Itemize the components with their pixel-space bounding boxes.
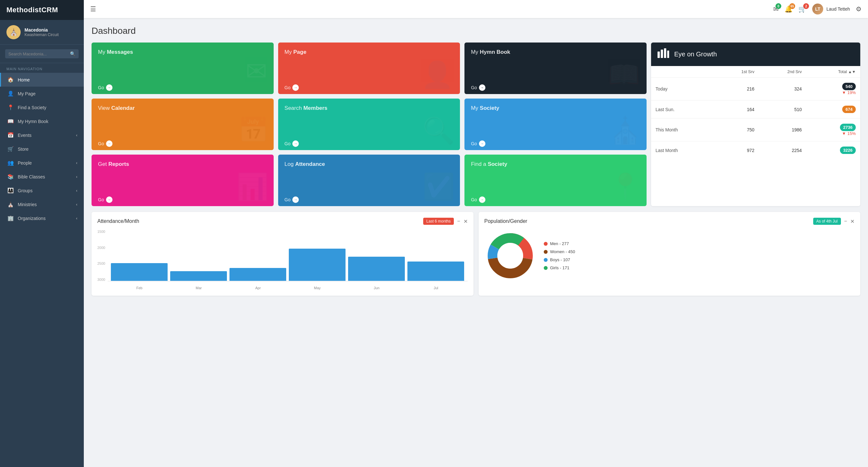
eog-row-total-lastSun: 674 xyxy=(806,100,860,119)
go-label-attend: Go xyxy=(285,197,291,202)
card-go-society[interactable]: Go → xyxy=(471,137,640,150)
sidebar-item-ministries[interactable]: ⛪ Ministries ‹ xyxy=(0,197,84,211)
avatar: LT xyxy=(812,4,823,14)
sidebar-item-hymn-book[interactable]: 📖 My Hymn Book xyxy=(0,114,84,128)
bar-feb-rect xyxy=(111,263,167,281)
close-button-gender[interactable]: ✕ xyxy=(850,219,855,225)
card-go-messages[interactable]: Go → xyxy=(98,81,267,94)
brand-name-bold: CRM xyxy=(41,6,58,14)
nav-section-label: MAIN NAVIGATION xyxy=(0,63,84,73)
legend-girls: Girls - 171 xyxy=(544,265,575,270)
card-my-society[interactable]: My Society ⛪ Go → xyxy=(464,99,647,150)
minimize-button-attendance[interactable]: − xyxy=(457,219,460,224)
eog-row-srv1-thisMonth: 750 xyxy=(714,119,759,141)
sidebar-item-events[interactable]: 📅 Events ‹ xyxy=(0,128,84,142)
legend-boys: Boys - 107 xyxy=(544,257,575,262)
eog-row-label-lastSun: Last Sun. xyxy=(651,100,714,119)
card-mypage[interactable]: My Page 👤 Go → xyxy=(278,42,460,94)
eog-row-label-thisMonth: This Month xyxy=(651,119,714,141)
card-reports[interactable]: Get Reports 📊 Go → xyxy=(92,155,274,206)
bar-apr xyxy=(229,268,286,281)
arrow-icon-attend: → xyxy=(292,196,299,203)
store-icon: 🛒 xyxy=(7,146,14,152)
card-find-society[interactable]: Find a Society 📍 Go → xyxy=(464,155,647,206)
sidebar-item-mypage[interactable]: 👤 My Page xyxy=(0,87,84,100)
bell-badge: 65 xyxy=(789,3,795,9)
bar-may-rect xyxy=(289,248,345,281)
sidebar-item-label-mypage: My Page xyxy=(18,91,35,96)
eog-row-thisMonth: This Month 750 1986 2736 ▼ 15% xyxy=(651,119,860,141)
attendance-chart-title: Attendance/Month xyxy=(97,219,139,224)
user-icon: 👤 xyxy=(7,91,14,97)
legend-men: Men - 277 xyxy=(544,241,575,246)
eog-row-srv2-lastSun: 510 xyxy=(759,100,806,119)
card-calendar[interactable]: View Calendar 📅 Go → xyxy=(92,99,274,150)
card-go-find-society[interactable]: Go → xyxy=(471,193,640,206)
notifications-button[interactable]: 🔔 65 xyxy=(784,5,793,13)
eog-row-today: Today 216 324 540 ▼ 19% xyxy=(651,78,860,100)
search-input[interactable] xyxy=(8,52,70,56)
bar-mar xyxy=(170,271,227,281)
x-axis-labels: Feb Mar Apr May Jun Jul xyxy=(107,284,467,290)
eog-row-srv2-thisMonth: 1986 xyxy=(759,119,806,141)
x-label-apr: Apr xyxy=(229,286,286,290)
card-title-calendar: View Calendar xyxy=(98,105,267,111)
sidebar-item-organizations[interactable]: 🏢 Organizations ‹ xyxy=(0,211,84,225)
arrow-icon-page: → xyxy=(292,85,299,91)
sidebar-item-bible-classes[interactable]: 📚 Bible Classes ‹ xyxy=(0,170,84,184)
minimize-button-gender[interactable]: − xyxy=(844,219,847,224)
women-label: Women - 450 xyxy=(550,249,575,254)
card-go-search[interactable]: Go → xyxy=(285,137,454,150)
card-hymnbook[interactable]: My Hymn Book 📖 Go → xyxy=(464,42,647,94)
settings-icon[interactable]: ⚙ xyxy=(856,5,862,13)
chevron-icon-people: ‹ xyxy=(76,161,78,165)
card-log-attendance[interactable]: Log Attendance ✅ Go → xyxy=(278,155,460,206)
card-go-hymn[interactable]: Go → xyxy=(471,81,640,94)
card-messages[interactable]: My Messages ✉ Go → xyxy=(92,42,274,94)
card-go-reports[interactable]: Go → xyxy=(98,193,267,206)
y-axis-labels: 3000 2500 2000 1500 xyxy=(97,230,105,281)
card-go-mypage[interactable]: Go → xyxy=(285,81,454,94)
topbar: ☰ ✉ 0 🔔 65 🛒 2 LT Laud Tetteh ⚙ xyxy=(84,0,868,18)
card-search-members[interactable]: Search Members 🔍 Go → xyxy=(278,99,460,150)
men-label: Men - 277 xyxy=(550,241,569,246)
bar-chart xyxy=(107,230,467,281)
card-go-attendance[interactable]: Go → xyxy=(285,193,454,206)
eog-title: Eye on Growth xyxy=(674,51,717,58)
eog-row-total-today: 540 ▼ 19% xyxy=(806,78,860,100)
sidebar-item-store[interactable]: 🛒 Store xyxy=(0,142,84,156)
nav-items: 🏠 Home 👤 My Page 📍 Find a Society 📖 My H… xyxy=(0,73,84,225)
sidebar-item-home[interactable]: 🏠 Home xyxy=(0,73,84,87)
attendance-range-badge[interactable]: Last 6 months xyxy=(423,218,454,225)
sidebar-item-label-groups: Groups xyxy=(18,188,33,193)
calendar-icon: 📅 xyxy=(7,132,14,138)
sidebar-item-people[interactable]: 👥 People ‹ xyxy=(0,156,84,170)
y-label-2000: 2000 xyxy=(97,246,105,249)
user-menu-button[interactable]: LT Laud Tetteh xyxy=(812,4,850,14)
card-go-calendar[interactable]: Go → xyxy=(98,137,267,150)
go-label-hymn: Go xyxy=(471,85,477,90)
sidebar-item-label-events: Events xyxy=(18,133,32,138)
sidebar-item-find-society[interactable]: 📍 Find a Society xyxy=(0,100,84,114)
sidebar-search-wrapper[interactable]: 🔍 xyxy=(5,49,79,58)
cart-button[interactable]: 🛒 2 xyxy=(798,5,806,13)
gender-chart-header: Population/Gender As of 4th Jul − ✕ xyxy=(485,218,855,225)
bar-jun-rect xyxy=(348,257,405,281)
x-label-mar: Mar xyxy=(170,286,227,290)
chevron-icon-bible: ‹ xyxy=(76,174,78,179)
boys-label: Boys - 107 xyxy=(550,257,570,262)
sidebar-item-groups[interactable]: 👨‍👩‍👧 Groups ‹ xyxy=(0,184,84,197)
groups-icon: 👨‍👩‍👧 xyxy=(7,188,14,194)
dashboard: Dashboard My Messages ✉ Go → My Page 👤 G… xyxy=(84,18,868,467)
gender-date-badge[interactable]: As of 4th Jul xyxy=(813,218,841,225)
eog-percent-thisMonth: ▼ 15% xyxy=(811,131,856,136)
book-icon: 📖 xyxy=(7,118,14,124)
close-button-attendance[interactable]: ✕ xyxy=(464,219,468,225)
org-icon: 🏢 xyxy=(7,215,14,221)
eog-badge-lastSun: 674 xyxy=(842,106,856,113)
hamburger-button[interactable]: ☰ xyxy=(90,5,96,13)
sort-icon[interactable]: ▲▼ xyxy=(848,70,856,74)
email-button[interactable]: ✉ 0 xyxy=(773,5,779,13)
svg-rect-2 xyxy=(664,48,666,58)
eog-row-srv1-lastMonth: 972 xyxy=(714,141,759,159)
